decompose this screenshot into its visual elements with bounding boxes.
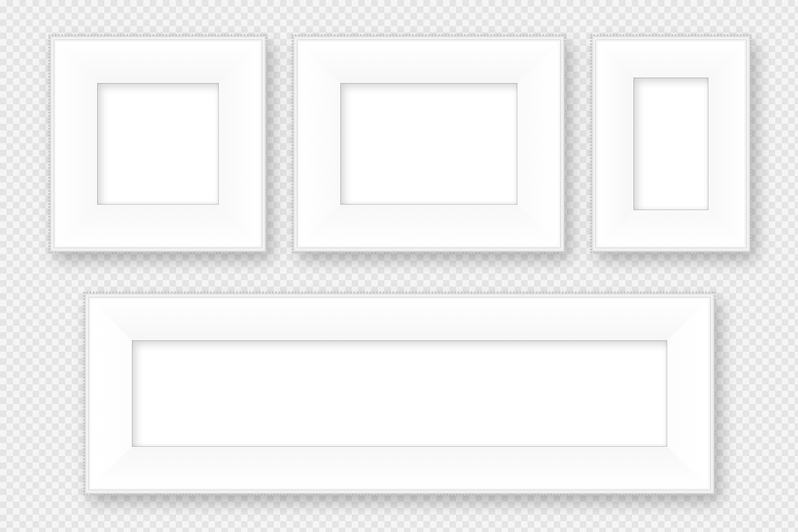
frame-panorama <box>85 293 714 494</box>
canvas <box>0 0 798 532</box>
frame-window <box>132 340 667 447</box>
frame-window <box>340 83 517 205</box>
frame-portrait <box>592 36 750 252</box>
frame-window <box>97 83 219 205</box>
frame-square <box>50 36 266 252</box>
frame-window <box>634 78 708 210</box>
frame-landscape <box>293 36 565 252</box>
